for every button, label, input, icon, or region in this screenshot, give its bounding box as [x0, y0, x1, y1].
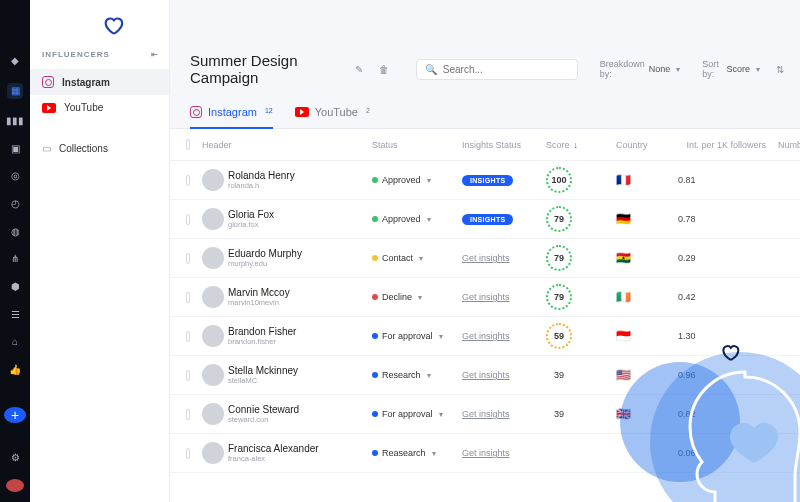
row-checkbox[interactable] — [186, 214, 190, 225]
user-name: Connie Steward — [228, 404, 299, 415]
status-select[interactable]: For approval ▾ — [366, 409, 456, 419]
table-row[interactable]: Connie Steward steward.con For approval … — [170, 395, 800, 434]
column-score[interactable]: Score↓ — [540, 140, 610, 150]
user-name: Gloria Fox — [228, 209, 274, 220]
row-checkbox[interactable] — [186, 175, 190, 186]
table-row[interactable]: Rolanda Henry rolanda.h Approved ▾ INSIG… — [170, 161, 800, 200]
get-insights-link[interactable]: Get insights — [462, 370, 510, 380]
rail-globe-icon[interactable]: ◍ — [7, 225, 23, 237]
user-name: Rolanda Henry — [228, 170, 295, 181]
add-button[interactable]: + — [4, 407, 26, 423]
user-handle: murphy.edu — [228, 259, 302, 268]
rail-robot-icon[interactable]: ⌂ — [7, 336, 23, 348]
column-insights[interactable]: Insights Status — [456, 140, 540, 150]
sort-select[interactable]: Sort by: Score ▾ — [690, 59, 760, 79]
user-cell: Eduardo Murphy murphy.edu — [196, 247, 366, 269]
get-insights-link[interactable]: Get insights — [462, 292, 510, 302]
user-cell: Connie Steward steward.con — [196, 403, 366, 425]
insights-badge: INSIGHTS — [462, 175, 513, 186]
row-checkbox[interactable] — [186, 409, 190, 420]
row-checkbox[interactable] — [186, 253, 190, 264]
ipf-value: 1.30 — [672, 331, 772, 341]
status-select[interactable]: Contact ▾ — [366, 253, 456, 263]
column-status[interactable]: Status — [366, 140, 456, 150]
status-dot-icon — [372, 333, 378, 339]
table-row[interactable]: Francisca Alexander franca-alex Reasearc… — [170, 434, 800, 473]
chevron-down-icon: ▾ — [432, 449, 436, 458]
select-all-checkbox[interactable] — [186, 139, 190, 150]
collapse-icon[interactable]: ⇤ — [151, 50, 159, 59]
chevron-down-icon: ▾ — [418, 293, 422, 302]
score-ring: 79 — [546, 284, 572, 310]
get-insights-link[interactable]: Get insights — [462, 448, 510, 458]
heart-icon — [720, 342, 740, 364]
chevron-down-icon: ▾ — [676, 65, 680, 74]
row-checkbox[interactable] — [186, 448, 190, 459]
rail-tree-icon[interactable]: ⋔ — [7, 253, 23, 265]
score-cell: 100 — [540, 167, 610, 193]
settings-icon[interactable]: ⚙ — [7, 451, 23, 463]
get-insights-link[interactable]: Get insights — [462, 253, 510, 263]
status-select[interactable]: Reasearch ▾ — [366, 448, 456, 458]
status-label: Approved — [382, 214, 421, 224]
insights-cell: Get insights — [456, 292, 540, 302]
status-select[interactable]: For approval ▾ — [366, 331, 456, 341]
chevron-down-icon: ▾ — [427, 176, 431, 185]
rail-shield-icon[interactable]: ⬢ — [7, 281, 23, 293]
ipf-value: 0.06 — [672, 448, 772, 458]
breakdown-select[interactable]: Breakdown by: None ▾ — [588, 59, 681, 79]
column-ipf[interactable]: Int. per 1K followers — [672, 140, 772, 150]
status-dot-icon — [372, 450, 378, 456]
rail-dashboard-icon[interactable]: ▦ — [7, 83, 23, 99]
tab-instagram[interactable]: Instagram 12 — [190, 98, 273, 128]
rail-target-icon[interactable]: ◎ — [7, 170, 23, 182]
status-label: Research — [382, 370, 421, 380]
score-ring: 59 — [546, 323, 572, 349]
sidebar-item-label: Instagram — [62, 77, 110, 88]
rail-users-icon[interactable]: ☰ — [7, 308, 23, 320]
insights-cell: Get insights — [456, 448, 540, 458]
table-header: Header Status Insights Status Score↓ Cou… — [170, 129, 800, 161]
column-header[interactable]: Header — [196, 140, 366, 150]
folder-icon: ▭ — [42, 143, 51, 154]
trash-icon[interactable]: 🗑 — [377, 60, 392, 78]
status-select[interactable]: Decline ▾ — [366, 292, 456, 302]
row-checkbox[interactable] — [186, 292, 190, 303]
score-value: 39 — [546, 401, 572, 427]
nav-rail: ◆ ▦ ▮▮▮ ▣ ◎ ◴ ◍ ⋔ ⬢ ☰ ⌂ 👍 + ⚙ — [0, 0, 30, 502]
search-input[interactable] — [443, 64, 569, 75]
column-country[interactable]: Country — [610, 140, 672, 150]
sidebar-item-instagram[interactable]: Instagram — [30, 69, 169, 95]
rail-analytics-icon[interactable]: ▮▮▮ — [7, 115, 23, 127]
insights-cell: Get insights — [456, 370, 540, 380]
table-row[interactable]: Brandon Fisher brandon.fisher For approv… — [170, 317, 800, 356]
row-checkbox[interactable] — [186, 331, 190, 342]
status-label: For approval — [382, 409, 433, 419]
table-row[interactable]: Eduardo Murphy murphy.edu Contact ▾ Get … — [170, 239, 800, 278]
get-insights-link[interactable]: Get insights — [462, 331, 510, 341]
rail-thumb-icon[interactable]: 👍 — [7, 364, 23, 376]
column-numb[interactable]: Numb — [772, 140, 800, 150]
rail-image-icon[interactable]: ▣ — [7, 142, 23, 154]
edit-icon[interactable]: ✎ — [352, 60, 367, 78]
table-row[interactable]: Gloria Fox gloria.fox Approved ▾ INSIGHT… — [170, 200, 800, 239]
status-select[interactable]: Approved ▾ — [366, 175, 456, 185]
rail-clock-icon[interactable]: ◴ — [7, 198, 23, 210]
row-checkbox[interactable] — [186, 370, 190, 381]
tab-youtube[interactable]: YouTube 2 — [295, 98, 370, 128]
status-label: Reasearch — [382, 448, 426, 458]
status-select[interactable]: Research ▾ — [366, 370, 456, 380]
user-avatar[interactable] — [6, 479, 24, 492]
status-select[interactable]: Approved ▾ — [366, 214, 456, 224]
sidebar-item-collections[interactable]: ▭ Collections — [30, 136, 169, 161]
table-row[interactable]: Stella Mckinney stellaMC Research ▾ Get … — [170, 356, 800, 395]
sidebar-item-youtube[interactable]: YouTube — [30, 95, 169, 120]
search-box[interactable]: 🔍 — [416, 59, 578, 80]
tabs: Instagram 12 YouTube 2 — [170, 98, 800, 129]
get-insights-link[interactable]: Get insights — [462, 409, 510, 419]
sort-direction-icon[interactable]: ⇅ — [776, 64, 784, 75]
table-row[interactable]: Marvin Mccoy marvin10mevin Decline ▾ Get… — [170, 278, 800, 317]
avatar — [202, 247, 224, 269]
country-flag: 🇮🇪 — [610, 290, 672, 304]
status-label: Contact — [382, 253, 413, 263]
